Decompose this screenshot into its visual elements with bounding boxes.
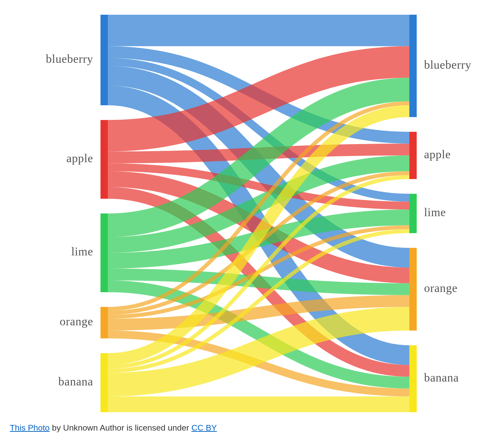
attribution-license-link[interactable]: CC BY [191,423,217,432]
node-label-left-blueberry: blueberry [46,52,93,65]
node-label-right-apple: apple [424,148,451,161]
node-label-right-banana: banana [424,371,459,384]
node-label-left-banana: banana [58,375,93,388]
node-right-apple [409,132,417,179]
node-left-blueberry [101,15,108,105]
sankey-chart: blueberryapplelimeorangebananablueberrya… [10,10,475,417]
attribution-photo-link[interactable]: This Photo [10,423,50,432]
node-right-orange [409,248,417,331]
node-label-left-lime: lime [71,245,93,258]
node-left-apple [101,120,108,199]
attribution-line: This Photo by Unknown Author is licensed… [10,423,482,432]
node-right-blueberry [409,15,417,117]
node-left-lime [101,213,108,292]
node-label-right-blueberry: blueberry [424,58,471,71]
node-left-orange [101,307,108,338]
node-label-right-orange: orange [424,281,458,294]
node-label-left-apple: apple [66,152,93,165]
node-label-left-orange: orange [60,315,93,328]
attribution-middle-text: by Unknown Author is licensed under [50,423,191,432]
node-label-right-lime: lime [424,206,446,219]
node-right-banana [409,345,417,412]
node-right-lime [409,194,417,233]
node-left-banana [101,353,108,412]
sankey-links [108,31,409,404]
